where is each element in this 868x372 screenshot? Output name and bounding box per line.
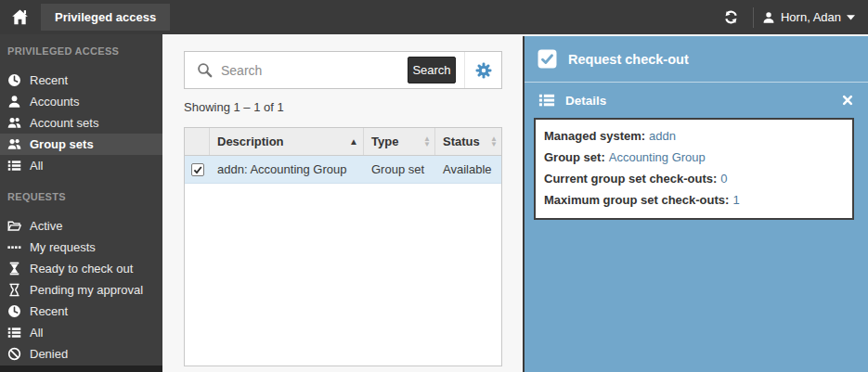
- app-title: Privileged access: [55, 10, 156, 24]
- checked-box-icon: [538, 49, 557, 69]
- sidebar-item-ready-to-check-out[interactable]: Ready to check out: [0, 258, 162, 279]
- refresh-icon: [723, 9, 739, 25]
- sidebar-item-label: Group sets: [30, 137, 94, 151]
- top-bar: Privileged access Horn, Adan: [0, 0, 868, 34]
- ellipsis-icon: [7, 240, 21, 254]
- search-panel: Search: [184, 51, 502, 89]
- detail-field: Group set:Accounting Group: [544, 147, 843, 168]
- sidebar-section-privileged-access: PRIVILEGED ACCESS: [0, 34, 162, 60]
- detail-value: 0: [720, 172, 727, 186]
- table-empty-area: [185, 184, 501, 366]
- sidebar-item-label: All: [30, 159, 43, 173]
- sidebar-section-requests: REQUESTS: [0, 176, 162, 206]
- results-table: Description ▲ Type ▲▼ Status ▲▼: [184, 127, 502, 366]
- table-row[interactable]: addn: Accounting Group Group set Availab…: [185, 156, 501, 184]
- users-icon: [7, 137, 21, 151]
- sidebar-item-label: All: [30, 326, 43, 340]
- sort-toggle-icon: ▲▼: [490, 136, 498, 148]
- results-column: Search Showing 1 – 1 of 1 Description ▲ …: [162, 34, 523, 372]
- select-all-column-header[interactable]: [185, 128, 210, 155]
- details-box: Managed system:addn Group set:Accounting…: [534, 118, 854, 220]
- sidebar-item-label: Recent: [30, 73, 68, 87]
- details-title: Details: [565, 94, 606, 108]
- sidebar-item-label: Pending my approval: [30, 283, 143, 297]
- request-checkout-title: Request check-out: [568, 52, 689, 67]
- sidebar-item-label: My requests: [30, 240, 96, 254]
- sidebar-item-recent-requests[interactable]: Recent: [0, 301, 162, 322]
- sidebar-item-label: Active: [30, 219, 62, 233]
- search-input[interactable]: [221, 63, 408, 78]
- sidebar: PRIVILEGED ACCESS Recent Accounts Accoun…: [0, 34, 162, 372]
- sidebar-scrollbar-track[interactable]: [0, 366, 162, 372]
- clock-icon: [7, 73, 21, 87]
- column-header-type[interactable]: Type ▲▼: [364, 128, 435, 155]
- user-icon: [7, 95, 21, 109]
- clock-icon: [7, 304, 21, 318]
- detail-label: Managed system:: [544, 129, 645, 143]
- details-header: Details: [525, 83, 868, 118]
- hourglass-outline-icon: [7, 283, 21, 297]
- detail-field: Managed system:addn: [544, 125, 843, 147]
- home-icon: [11, 8, 29, 26]
- row-checkbox[interactable]: [191, 163, 204, 176]
- list-icon: [7, 326, 21, 340]
- topbar-separator: [753, 7, 754, 28]
- list-icon: [7, 159, 21, 173]
- list-icon: [538, 92, 555, 109]
- main-area: PRIVILEGED ACCESS Recent Accounts Accoun…: [0, 34, 868, 372]
- cell-status: Available: [435, 162, 501, 176]
- cell-description: addn: Accounting Group: [210, 162, 364, 176]
- detail-value: addn: [649, 129, 676, 143]
- sidebar-item-all-requests[interactable]: All: [0, 322, 162, 343]
- table-header-row: Description ▲ Type ▲▼ Status ▲▼: [185, 128, 501, 156]
- sidebar-item-accounts[interactable]: Accounts: [0, 91, 162, 112]
- user-menu-button[interactable]: Horn, Adan: [762, 10, 855, 24]
- search-icon: [197, 62, 213, 78]
- search-button[interactable]: Search: [408, 57, 456, 83]
- users-icon: [7, 116, 21, 130]
- folder-open-icon: [7, 219, 21, 233]
- cell-type: Group set: [364, 162, 435, 176]
- sidebar-item-denied[interactable]: Denied: [0, 343, 162, 365]
- close-icon: [842, 95, 853, 106]
- sidebar-item-group-sets[interactable]: Group sets: [0, 134, 162, 155]
- privileged-access-tab[interactable]: Privileged access: [41, 4, 170, 31]
- sidebar-item-all[interactable]: All: [0, 155, 162, 176]
- refresh-button[interactable]: [719, 5, 745, 31]
- column-label: Status: [443, 135, 480, 148]
- detail-label: Maximum group set check-outs:: [544, 193, 729, 207]
- row-checkbox-cell: [185, 163, 210, 176]
- user-name: Horn, Adan: [781, 10, 841, 24]
- settings-button[interactable]: [464, 52, 501, 88]
- detail-label: Current group set check-outs:: [544, 172, 717, 186]
- sidebar-item-label: Denied: [30, 347, 68, 361]
- home-button[interactable]: [7, 6, 32, 30]
- sidebar-item-label: Recent: [30, 304, 68, 318]
- sidebar-item-recent[interactable]: Recent: [0, 70, 162, 91]
- hourglass-filled-icon: [7, 262, 21, 276]
- detail-field: Maximum group set check-outs:1: [544, 189, 843, 211]
- detail-field: Current group set check-outs:0: [544, 168, 843, 189]
- close-details-button[interactable]: [842, 95, 853, 106]
- results-summary: Showing 1 – 1 of 1: [184, 100, 523, 116]
- column-header-status[interactable]: Status ▲▼: [435, 128, 501, 155]
- column-header-description[interactable]: Description ▲: [210, 128, 364, 155]
- request-checkout-panel: Request check-out Details Managed system…: [523, 36, 868, 372]
- user-icon: [762, 11, 775, 24]
- request-checkout-header[interactable]: Request check-out: [525, 36, 868, 83]
- sidebar-item-account-sets[interactable]: Account sets: [0, 112, 162, 134]
- sidebar-item-active[interactable]: Active: [0, 215, 162, 237]
- caret-down-icon: [847, 15, 855, 20]
- sidebar-item-label: Ready to check out: [30, 262, 133, 276]
- ban-icon: [7, 347, 21, 361]
- sidebar-item-my-requests[interactable]: My requests: [0, 237, 162, 258]
- column-label: Type: [371, 135, 398, 148]
- detail-value: Accounting Group: [609, 150, 706, 164]
- detail-value: 1: [732, 193, 739, 207]
- detail-label: Group set:: [544, 150, 605, 164]
- sort-toggle-icon: ▲▼: [423, 136, 431, 148]
- column-label: Description: [217, 135, 284, 148]
- sort-ascending-icon: ▲: [349, 137, 358, 147]
- check-icon: [192, 164, 203, 175]
- sidebar-item-pending-my-approval[interactable]: Pending my approval: [0, 279, 162, 301]
